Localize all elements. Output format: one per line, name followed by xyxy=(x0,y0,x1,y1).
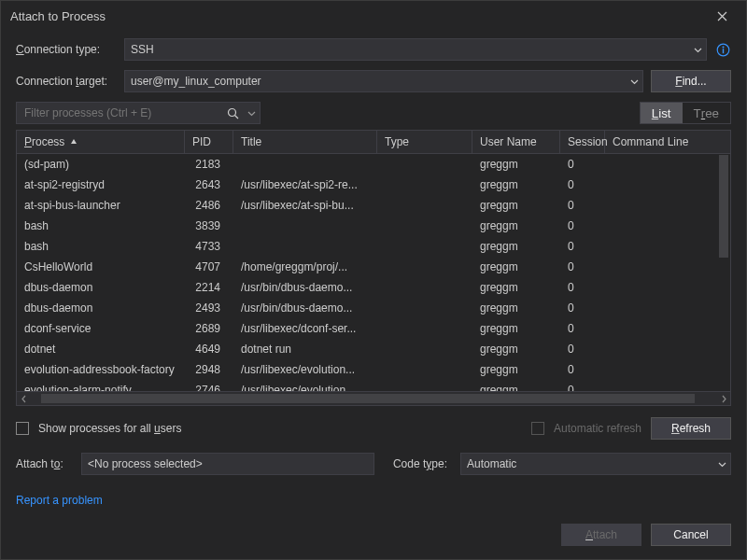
refresh-button[interactable]: Refresh xyxy=(651,417,731,440)
table-cell: evolution-addressbook-factory xyxy=(17,363,185,376)
connection-type-info[interactable] xyxy=(714,41,731,58)
table-cell: greggm xyxy=(472,343,560,356)
code-type-value: Automatic xyxy=(467,457,516,470)
table-cell: dotnet run xyxy=(233,343,377,356)
close-icon xyxy=(717,11,727,21)
table-row[interactable]: CsHelloWorld4707/home/greggm/proj/...gre… xyxy=(17,257,730,277)
scrollbar-thumb[interactable] xyxy=(41,394,695,403)
table-cell: /usr/libexec/evolution... xyxy=(233,363,377,376)
auto-refresh-checkbox xyxy=(531,422,544,435)
svg-point-3 xyxy=(229,108,236,116)
scrollbar-thumb[interactable] xyxy=(719,155,728,258)
table-cell: 0 xyxy=(560,301,605,315)
vertical-scrollbar[interactable] xyxy=(719,155,728,388)
dialog-footer: Attach Cancel xyxy=(1,518,746,559)
col-session[interactable]: Session xyxy=(560,131,605,153)
table-cell: greggm xyxy=(472,219,560,232)
table-cell: greggm xyxy=(472,199,560,212)
filter-processes-input[interactable] xyxy=(22,105,254,120)
dialog-body: Connection type: SSH Connection target: … xyxy=(1,31,746,518)
grid-body[interactable]: (sd-pam)2183greggm0at-spi2-registryd2643… xyxy=(17,154,730,391)
table-row[interactable]: bash3839greggm0 xyxy=(17,216,730,236)
process-grid: Process PID Title Type User Name Session… xyxy=(16,130,731,406)
col-type[interactable]: Type xyxy=(377,131,472,153)
table-cell: 2183 xyxy=(185,158,233,171)
code-type-combo[interactable]: Automatic xyxy=(460,453,731,475)
table-cell: 2746 xyxy=(185,384,233,391)
connection-target-value: user@my_linux_computer xyxy=(131,75,261,88)
find-button[interactable]: Find... xyxy=(651,70,731,92)
table-cell: greggm xyxy=(472,384,560,391)
dialog-title: Attach to Process xyxy=(10,9,707,23)
show-all-users-label: Show processes for all users xyxy=(38,422,181,435)
table-row[interactable]: (sd-pam)2183greggm0 xyxy=(17,154,730,175)
table-cell: greggm xyxy=(472,158,560,171)
table-cell: /usr/libexec/at-spi2-re... xyxy=(233,178,377,191)
horizontal-scrollbar[interactable] xyxy=(17,391,730,405)
connection-target-combo[interactable]: user@my_linux_computer xyxy=(124,70,643,92)
table-cell: 2493 xyxy=(185,301,233,315)
table-cell: 0 xyxy=(560,240,605,253)
report-problem-link[interactable]: Report a problem xyxy=(16,494,731,507)
scroll-right-icon[interactable] xyxy=(717,395,730,403)
table-cell: 0 xyxy=(560,158,605,171)
filter-dropdown-icon[interactable] xyxy=(247,103,256,123)
filter-processes-box[interactable] xyxy=(16,102,261,124)
table-row[interactable]: dotnet4649dotnet rungreggm0 xyxy=(17,339,730,359)
table-cell: 4733 xyxy=(185,240,233,253)
table-cell: greggm xyxy=(472,322,560,335)
col-cmd[interactable]: Command Line xyxy=(605,131,730,153)
chevron-down-icon xyxy=(718,454,726,474)
connection-type-combo[interactable]: SSH xyxy=(124,38,707,61)
table-cell: 0 xyxy=(560,199,605,212)
sort-asc-icon xyxy=(70,138,78,146)
col-process[interactable]: Process xyxy=(17,131,185,153)
col-title[interactable]: Title xyxy=(233,131,377,153)
grid-header: Process PID Title Type User Name Session… xyxy=(17,131,730,154)
connection-target-label: Connection target: xyxy=(16,75,117,88)
table-cell: bash xyxy=(17,240,185,253)
table-cell: 0 xyxy=(560,322,605,335)
table-cell: 4707 xyxy=(185,260,233,273)
table-cell: greggm xyxy=(472,363,560,376)
table-cell: (sd-pam) xyxy=(17,158,185,171)
table-cell: dbus-daemon xyxy=(17,301,185,315)
info-icon xyxy=(716,43,730,57)
table-cell: /home/greggm/proj/... xyxy=(233,260,377,273)
view-list-button[interactable]: List xyxy=(641,103,683,123)
attach-button: Attach xyxy=(561,524,641,546)
table-cell: /usr/libexec/evolution... xyxy=(233,384,377,391)
table-row[interactable]: dconf-service2689/usr/libexec/dconf-ser.… xyxy=(17,318,730,339)
cancel-button[interactable]: Cancel xyxy=(651,524,731,546)
title-bar: Attach to Process xyxy=(1,1,746,31)
table-row[interactable]: dbus-daemon2493/usr/bin/dbus-daemo...gre… xyxy=(17,298,730,318)
table-row[interactable]: at-spi2-registryd2643/usr/libexec/at-spi… xyxy=(17,175,730,195)
close-button[interactable] xyxy=(707,1,737,31)
table-row[interactable]: dbus-daemon2214/usr/bin/dbus-daemo...gre… xyxy=(17,277,730,298)
col-pid[interactable]: PID xyxy=(185,131,233,153)
table-row[interactable]: bash4733greggm0 xyxy=(17,236,730,257)
table-cell: 2948 xyxy=(185,363,233,376)
col-user[interactable]: User Name xyxy=(472,131,560,153)
svg-point-1 xyxy=(722,46,724,48)
table-row[interactable]: evolution-addressbook-factory2948/usr/li… xyxy=(17,359,730,380)
search-icon xyxy=(227,103,239,123)
scroll-left-icon[interactable] xyxy=(17,395,30,403)
table-cell: /usr/bin/dbus-daemo... xyxy=(233,301,377,315)
table-cell: /usr/libexec/dconf-ser... xyxy=(233,322,377,335)
table-cell: 0 xyxy=(560,343,605,356)
view-tree-button[interactable]: Tree xyxy=(683,103,730,123)
attach-to-process-dialog: Attach to Process Connection type: SSH C… xyxy=(0,0,747,560)
table-cell: 4649 xyxy=(185,343,233,356)
view-toggle: List Tree xyxy=(640,102,731,124)
table-row[interactable]: at-spi-bus-launcher2486/usr/libexec/at-s… xyxy=(17,195,730,216)
chevron-down-icon xyxy=(630,71,639,91)
table-cell: 2643 xyxy=(185,178,233,191)
table-cell: greggm xyxy=(472,281,560,294)
attach-to-field[interactable]: <No process selected> xyxy=(81,453,374,475)
table-row[interactable]: evolution-alarm-notify2746/usr/libexec/e… xyxy=(17,380,730,391)
show-all-users-checkbox[interactable] xyxy=(16,422,29,435)
table-cell: 0 xyxy=(560,384,605,391)
table-cell: dbus-daemon xyxy=(17,281,185,294)
table-cell: greggm xyxy=(472,178,560,191)
